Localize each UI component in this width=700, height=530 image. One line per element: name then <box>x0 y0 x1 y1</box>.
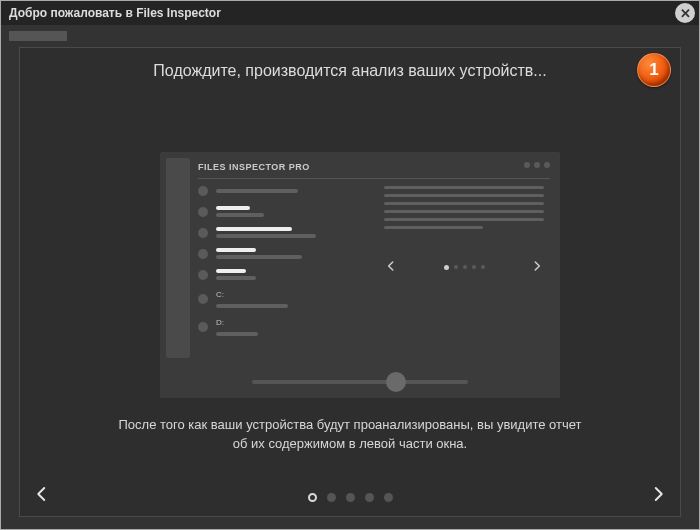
list-item <box>198 206 368 217</box>
list-item <box>198 186 368 196</box>
slide-subtext-line2: об их содержимом в левой части окна. <box>233 436 467 451</box>
preview-slider <box>252 380 468 384</box>
app-preview-illustration: FILES INSPECTOR PRO <box>160 152 560 398</box>
slide-heading: Подождите, производится анализ ваших уст… <box>20 62 680 80</box>
slide-subtext: После того как ваши устройства будут про… <box>20 416 680 454</box>
preview-item-list: C: D: <box>198 186 368 346</box>
carousel-dot-3[interactable] <box>346 493 355 502</box>
close-button[interactable]: ✕ <box>675 3 695 23</box>
item-icon <box>198 270 208 280</box>
item-icon <box>198 186 208 196</box>
item-icon <box>198 322 208 332</box>
preview-detail-lines <box>384 186 544 234</box>
content-panel: Подождите, производится анализ ваших уст… <box>19 47 681 517</box>
chevron-left-icon <box>384 259 398 275</box>
carousel-dot-2[interactable] <box>327 493 336 502</box>
welcome-window: Добро пожаловать в Files Inspector ✕ Под… <box>0 0 700 530</box>
preview-pager-dots <box>444 265 485 270</box>
drive-d-label: D: <box>216 318 258 327</box>
title-bar: Добро пожаловать в Files Inspector ✕ <box>1 1 699 25</box>
list-item <box>198 227 368 238</box>
carousel-dots <box>20 493 680 502</box>
carousel-dot-1[interactable] <box>308 493 317 502</box>
list-item: D: <box>198 318 368 336</box>
step-badge: 1 <box>637 53 671 87</box>
carousel-dot-5[interactable] <box>384 493 393 502</box>
preview-slider-knob <box>386 372 406 392</box>
slide-subtext-line1: После того как ваши устройства будут про… <box>119 417 582 432</box>
preview-app-title: FILES INSPECTOR PRO <box>198 162 310 172</box>
drive-c-label: C: <box>216 290 288 299</box>
progress-bar <box>9 31 67 41</box>
item-icon <box>198 249 208 259</box>
list-item: C: <box>198 290 368 308</box>
carousel-dot-4[interactable] <box>365 493 374 502</box>
close-icon: ✕ <box>680 6 691 21</box>
preview-sidebar <box>166 158 190 358</box>
list-item <box>198 269 368 280</box>
window-title: Добро пожаловать в Files Inspector <box>9 6 221 20</box>
chevron-right-icon <box>530 259 544 275</box>
preview-pager <box>384 260 544 274</box>
preview-divider <box>198 178 550 179</box>
item-icon <box>198 207 208 217</box>
item-icon <box>198 294 208 304</box>
item-icon <box>198 228 208 238</box>
list-item <box>198 248 368 259</box>
preview-window-controls <box>524 162 550 168</box>
step-number: 1 <box>649 60 658 80</box>
